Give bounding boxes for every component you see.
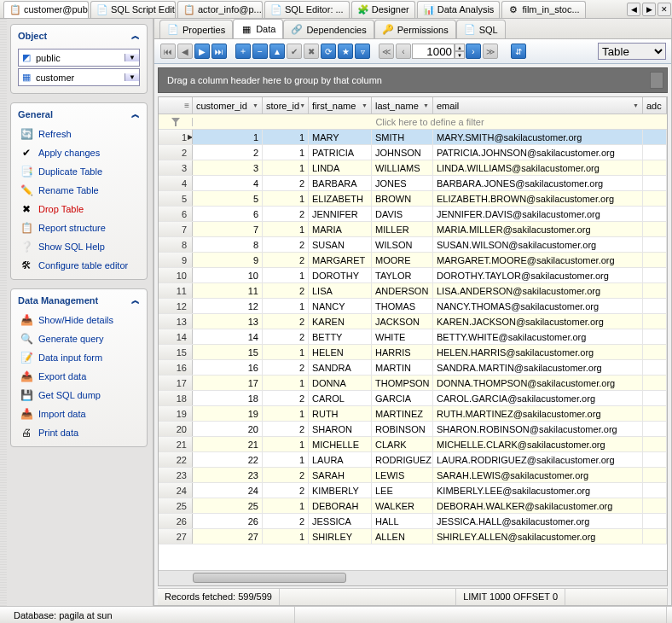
cell-last_name[interactable]: WILSON	[372, 237, 433, 252]
table-row[interactable]: 18182CAROLGARCIACAROL.GARCIA@sakilacusto…	[159, 391, 667, 406]
cell-email[interactable]: ELIZABETH.BROWN@sakilacustomer.org	[433, 191, 643, 206]
cell-email[interactable]: HELEN.HARRIS@sakilacustomer.org	[433, 345, 643, 359]
table-row[interactable]: 23232SARAHLEWISSARAH.LEWIS@sakilacustome…	[159, 468, 667, 483]
cell-first_name[interactable]: BARBARA	[309, 176, 372, 190]
cell-last_name[interactable]: WILLIAMS	[372, 160, 433, 175]
row-number[interactable]: 11	[159, 283, 193, 298]
sidebar-action-refresh[interactable]: 🔄Refresh	[14, 125, 143, 143]
chevron-down-icon[interactable]: ▼	[299, 102, 305, 108]
cell-email[interactable]: RUTH.MARTINEZ@sakilacustomer.org	[433, 406, 643, 421]
page-first-button[interactable]: ≪	[379, 44, 394, 59]
cell-email[interactable]: SHIRLEY.ALLEN@sakilacustomer.org	[433, 529, 643, 544]
cell-email[interactable]: DEBORAH.WALKER@sakilacustomer.org	[433, 498, 643, 513]
cell-store_id[interactable]: 2	[263, 514, 309, 528]
sidebar-action-apply-changes[interactable]: ✔Apply changes	[14, 144, 143, 161]
row-number[interactable]: 8	[159, 237, 193, 252]
editor-tab[interactable]: 📄SQL Script Editor	[90, 1, 176, 18]
cell-address[interactable]	[643, 145, 667, 160]
row-number[interactable]: 23	[159, 468, 193, 482]
cell-customer_id[interactable]: 25	[193, 498, 263, 513]
cell-last_name[interactable]: JONES	[372, 176, 433, 190]
page-next-button[interactable]: ›	[466, 44, 481, 59]
cell-customer_id[interactable]: 11	[193, 283, 263, 298]
cell-store_id[interactable]: 1	[263, 498, 309, 513]
cell-first_name[interactable]: DEBORAH	[309, 498, 372, 513]
cell-address[interactable]	[643, 222, 667, 236]
cell-store_id[interactable]: 1	[263, 529, 309, 544]
cell-customer_id[interactable]: 21	[193, 437, 263, 451]
table-row[interactable]: 17171DONNATHOMPSONDONNA.THOMPSON@sakilac…	[159, 376, 667, 391]
table-row[interactable]: 25251DEBORAHWALKERDEBORAH.WALKER@sakilac…	[159, 498, 667, 514]
add-record-button[interactable]: ＋	[235, 44, 251, 59]
cell-email[interactable]: LINDA.WILLIAMS@sakilacustomer.org	[433, 160, 643, 175]
cell-first_name[interactable]: DOROTHY	[309, 268, 372, 282]
cell-email[interactable]: BARBARA.JONES@sakilacustomer.org	[433, 176, 643, 190]
cell-customer_id[interactable]: 5	[193, 191, 263, 206]
cell-email[interactable]: MARGARET.MOORE@sakilacustomer.org	[433, 253, 643, 267]
cell-last_name[interactable]: LEWIS	[372, 468, 433, 482]
general-panel-header[interactable]: General ︽	[14, 107, 143, 125]
dropdown-icon[interactable]: ▼	[125, 54, 139, 61]
chevron-down-icon[interactable]: ▼	[252, 102, 258, 108]
cell-address[interactable]	[643, 160, 667, 175]
page-last-button[interactable]: ≫	[483, 44, 498, 59]
cell-customer_id[interactable]: 27	[193, 529, 263, 544]
row-number[interactable]: 9	[159, 253, 193, 267]
cell-first_name[interactable]: BETTY	[309, 329, 372, 344]
cell-email[interactable]: LAURA.RODRIGUEZ@sakilacustomer.org	[433, 452, 643, 467]
filter-button[interactable]: ▿	[355, 44, 370, 59]
cell-address[interactable]	[643, 360, 667, 375]
cell-last_name[interactable]: TAYLOR	[372, 268, 433, 282]
cell-store_id[interactable]: 2	[263, 483, 309, 498]
cell-store_id[interactable]: 1	[263, 345, 309, 359]
row-number[interactable]: 15	[159, 345, 193, 359]
sidebar-action-export-data[interactable]: 📤Export data	[14, 368, 143, 385]
cell-address[interactable]	[643, 452, 667, 467]
table-row[interactable]: 26262JESSICAHALLJESSICA.HALL@sakilacusto…	[159, 514, 667, 529]
row-number[interactable]: 25	[159, 498, 193, 513]
record-count-input[interactable]	[412, 44, 455, 59]
cell-store_id[interactable]: 1	[263, 268, 309, 282]
cell-last_name[interactable]: JOHNSON	[372, 145, 433, 160]
cell-store_id[interactable]: 2	[263, 253, 309, 267]
cell-last_name[interactable]: ROBINSON	[372, 422, 433, 436]
cell-address[interactable]	[643, 176, 667, 190]
editor-tab[interactable]: 📄SQL Editor: ...	[264, 1, 350, 18]
column-header-store_id[interactable]: store_id▼	[263, 97, 309, 114]
cell-last_name[interactable]: DAVIS	[372, 207, 433, 221]
cell-customer_id[interactable]: 7	[193, 222, 263, 236]
column-header-address[interactable]: adc	[643, 97, 667, 114]
cell-customer_id[interactable]: 15	[193, 345, 263, 359]
row-number[interactable]: 10	[159, 268, 193, 282]
sidebar-action-show-hide-details[interactable]: 📥Show/Hide details	[14, 312, 143, 329]
cell-first_name[interactable]: LINDA	[309, 160, 372, 175]
cell-customer_id[interactable]: 1	[193, 130, 263, 144]
cell-address[interactable]	[643, 422, 667, 436]
tab-close[interactable]: ✕	[658, 3, 671, 16]
collapse-icon[interactable]: ︽	[131, 294, 140, 306]
sidebar-action-rename-table[interactable]: ✏️Rename Table	[14, 182, 143, 199]
cell-customer_id[interactable]: 26	[193, 514, 263, 528]
prev-record-button[interactable]: ◀	[177, 44, 193, 59]
table-row[interactable]: 992MARGARETMOOREMARGARET.MOORE@sakilacus…	[159, 253, 667, 268]
sub-tab-permissions[interactable]: 🔑Permissions	[374, 20, 456, 38]
commit-button[interactable]: ✔	[287, 44, 302, 59]
row-number[interactable]: 20	[159, 422, 193, 436]
table-row[interactable]: 221PATRICIAJOHNSONPATRICIA.JOHNSON@sakil…	[159, 145, 667, 160]
cell-address[interactable]	[643, 376, 667, 390]
cell-email[interactable]: NANCY.THOMAS@sakilacustomer.org	[433, 299, 643, 313]
cell-email[interactable]: SARAH.LEWIS@sakilacustomer.org	[433, 468, 643, 482]
cell-last_name[interactable]: MOORE	[372, 253, 433, 267]
cell-first_name[interactable]: RUTH	[309, 406, 372, 421]
cell-first_name[interactable]: ELIZABETH	[309, 191, 372, 206]
cell-customer_id[interactable]: 8	[193, 237, 263, 252]
cell-customer_id[interactable]: 2	[193, 145, 263, 160]
cell-last_name[interactable]: GARCIA	[372, 391, 433, 405]
cell-store_id[interactable]: 2	[263, 391, 309, 405]
tab-nav-prev[interactable]: ◀	[627, 3, 640, 16]
row-number[interactable]: 4	[159, 176, 193, 190]
table-row[interactable]: 442BARBARAJONESBARBARA.JONES@sakilacusto…	[159, 176, 667, 191]
sidebar-action-report-structure[interactable]: 📋Report structure	[14, 219, 143, 236]
row-number[interactable]: 6	[159, 207, 193, 221]
cell-first_name[interactable]: NANCY	[309, 299, 372, 313]
